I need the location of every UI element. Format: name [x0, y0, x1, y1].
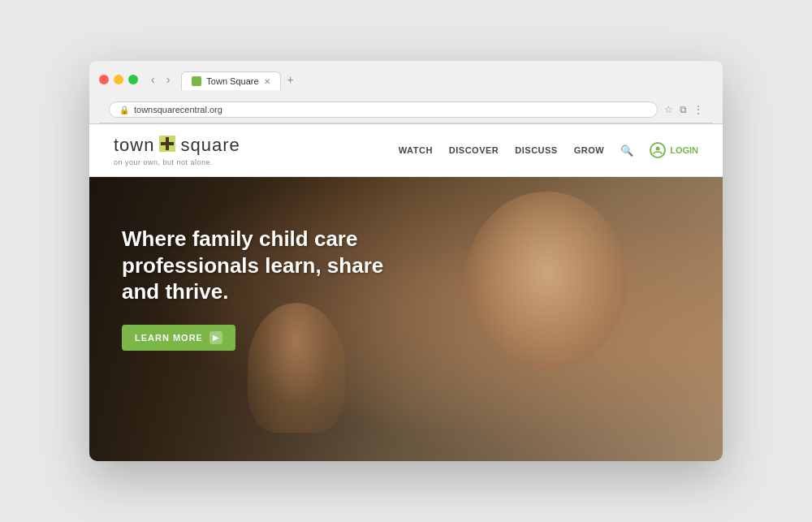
- address-text: townsquarecentral.org: [134, 105, 222, 114]
- tab-bar: Town Square ✕ +: [181, 69, 300, 90]
- site-nav: WATCH DISCOVER DISCUSS GROW 🔍 LOGIN: [399, 142, 698, 158]
- website-content: town square on your own, but not alone.: [89, 124, 723, 461]
- browser-top-bar: ‹ › Town Square ✕ +: [99, 69, 713, 90]
- nav-watch[interactable]: WATCH: [399, 145, 433, 155]
- close-button[interactable]: [99, 75, 109, 84]
- login-label: LOGIN: [670, 145, 698, 155]
- hero-person-face: [465, 192, 628, 370]
- hero-section: Where family child care professionals le…: [89, 177, 723, 461]
- back-button[interactable]: ‹: [148, 71, 158, 88]
- lock-icon: 🔒: [119, 106, 129, 114]
- user-icon: [650, 142, 666, 158]
- forward-button[interactable]: ›: [163, 71, 174, 88]
- nav-grow[interactable]: GROW: [574, 145, 604, 155]
- hero-title: Where family child care professionals le…: [122, 226, 398, 305]
- browser-window: ‹ › Town Square ✕ + 🔒 townsquarecentral.…: [89, 61, 723, 461]
- learn-more-button[interactable]: LEARN MORE ▶: [122, 325, 235, 351]
- logo-square-text: square: [180, 135, 240, 156]
- site-header: town square on your own, but not alone.: [89, 124, 723, 177]
- bookmark-icon[interactable]: ☆: [664, 104, 673, 115]
- hero-content: Where family child care professionals le…: [89, 177, 430, 399]
- tab-title: Town Square: [206, 76, 258, 86]
- svg-rect-2: [161, 142, 174, 145]
- nav-discuss[interactable]: DISCUSS: [515, 145, 557, 155]
- extensions-icon[interactable]: ⧉: [680, 104, 687, 115]
- tab-close-icon[interactable]: ✕: [264, 77, 270, 86]
- logo-area: town square on your own, but not alone.: [114, 134, 240, 166]
- minimize-button[interactable]: [114, 75, 123, 84]
- menu-icon[interactable]: ⋮: [693, 104, 703, 115]
- learn-more-label: LEARN MORE: [135, 333, 203, 343]
- new-tab-button[interactable]: +: [281, 69, 300, 90]
- address-bar-row: 🔒 townsquarecentral.org ☆ ⧉ ⋮: [99, 97, 713, 123]
- active-tab[interactable]: Town Square ✕: [181, 71, 280, 90]
- traffic-lights: [99, 75, 138, 84]
- cta-icon: ▶: [209, 331, 222, 344]
- browser-chrome: ‹ › Town Square ✕ + 🔒 townsquarecentral.…: [89, 61, 723, 124]
- search-icon[interactable]: 🔍: [620, 145, 633, 157]
- logo-town-text: town: [114, 135, 154, 156]
- login-button[interactable]: LOGIN: [650, 142, 698, 158]
- nav-discover[interactable]: DISCOVER: [449, 145, 499, 155]
- tab-favicon: [192, 76, 201, 86]
- svg-point-3: [656, 147, 660, 151]
- logo-cross-icon: [158, 134, 177, 157]
- nav-buttons: ‹ ›: [148, 71, 173, 88]
- address-bar[interactable]: 🔒 townsquarecentral.org: [109, 101, 658, 118]
- maximize-button[interactable]: [128, 75, 138, 84]
- logo-main: town square: [114, 134, 240, 157]
- logo-tagline: on your own, but not alone.: [114, 158, 240, 166]
- browser-toolbar-icons: ☆ ⧉ ⋮: [664, 104, 703, 115]
